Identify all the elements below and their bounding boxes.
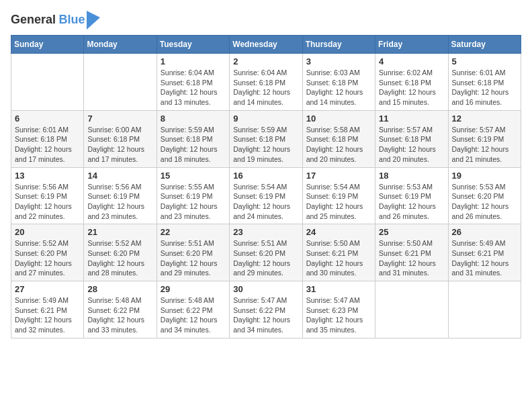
calendar-cell: 6Sunrise: 6:01 AMSunset: 6:18 PMDaylight… xyxy=(11,110,84,167)
calendar-cell: 15Sunrise: 5:55 AMSunset: 6:19 PMDayligh… xyxy=(157,167,229,224)
day-info: Sunrise: 5:50 AMSunset: 6:21 PMDaylight:… xyxy=(306,238,371,278)
day-info: Sunrise: 5:56 AMSunset: 6:19 PMDaylight:… xyxy=(87,182,152,222)
day-number: 6 xyxy=(15,113,80,124)
calendar-cell: 1Sunrise: 6:04 AMSunset: 6:18 PMDaylight… xyxy=(157,54,229,111)
day-number: 22 xyxy=(161,227,226,237)
calendar-cell: 27Sunrise: 5:49 AMSunset: 6:21 PMDayligh… xyxy=(11,281,84,338)
day-number: 1 xyxy=(161,56,226,66)
calendar-cell: 22Sunrise: 5:51 AMSunset: 6:20 PMDayligh… xyxy=(157,224,229,281)
calendar-cell xyxy=(448,281,521,338)
calendar-cell: 8Sunrise: 5:59 AMSunset: 6:18 PMDaylight… xyxy=(157,110,229,167)
calendar-cell: 4Sunrise: 6:02 AMSunset: 6:18 PMDaylight… xyxy=(375,54,448,111)
calendar-cell: 2Sunrise: 6:04 AMSunset: 6:18 PMDaylight… xyxy=(230,54,302,111)
calendar-cell: 7Sunrise: 6:00 AMSunset: 6:18 PMDaylight… xyxy=(84,110,157,167)
day-info: Sunrise: 5:51 AMSunset: 6:20 PMDaylight:… xyxy=(233,238,298,278)
calendar-cell: 26Sunrise: 5:49 AMSunset: 6:21 PMDayligh… xyxy=(448,224,521,281)
calendar-cell: 24Sunrise: 5:50 AMSunset: 6:21 PMDayligh… xyxy=(302,224,375,281)
day-number: 21 xyxy=(87,227,152,237)
calendar-cell: 16Sunrise: 5:54 AMSunset: 6:19 PMDayligh… xyxy=(230,167,302,224)
day-number: 28 xyxy=(87,284,152,294)
day-number: 12 xyxy=(452,113,517,124)
weekday-header-wednesday: Wednesday xyxy=(230,36,302,54)
day-number: 14 xyxy=(87,171,152,181)
day-number: 5 xyxy=(452,56,517,66)
day-info: Sunrise: 5:49 AMSunset: 6:21 PMDaylight:… xyxy=(452,238,517,278)
day-info: Sunrise: 5:48 AMSunset: 6:22 PMDaylight:… xyxy=(87,295,152,335)
calendar-week-3: 13Sunrise: 5:56 AMSunset: 6:19 PMDayligh… xyxy=(11,167,521,224)
calendar-cell: 21Sunrise: 5:52 AMSunset: 6:20 PMDayligh… xyxy=(84,224,157,281)
calendar-week-2: 6Sunrise: 6:01 AMSunset: 6:18 PMDaylight… xyxy=(11,110,521,167)
day-number: 9 xyxy=(233,113,298,124)
calendar-cell: 18Sunrise: 5:53 AMSunset: 6:19 PMDayligh… xyxy=(375,167,448,224)
calendar-cell: 13Sunrise: 5:56 AMSunset: 6:19 PMDayligh… xyxy=(11,167,84,224)
day-info: Sunrise: 5:55 AMSunset: 6:19 PMDaylight:… xyxy=(161,182,226,222)
logo-icon xyxy=(87,11,100,30)
day-info: Sunrise: 6:01 AMSunset: 6:18 PMDaylight:… xyxy=(15,125,80,165)
day-info: Sunrise: 6:04 AMSunset: 6:18 PMDaylight:… xyxy=(161,68,226,107)
day-info: Sunrise: 5:56 AMSunset: 6:19 PMDaylight:… xyxy=(15,182,80,222)
day-info: Sunrise: 5:48 AMSunset: 6:22 PMDaylight:… xyxy=(161,295,226,335)
day-number: 16 xyxy=(233,171,298,181)
weekday-header-sunday: Sunday xyxy=(11,36,84,54)
weekday-header-tuesday: Tuesday xyxy=(157,36,229,54)
day-info: Sunrise: 5:57 AMSunset: 6:18 PMDaylight:… xyxy=(379,125,444,165)
weekday-header-saturday: Saturday xyxy=(448,36,521,54)
day-info: Sunrise: 5:47 AMSunset: 6:23 PMDaylight:… xyxy=(306,295,371,335)
calendar-cell: 20Sunrise: 5:52 AMSunset: 6:20 PMDayligh… xyxy=(11,224,84,281)
day-number: 27 xyxy=(15,284,80,294)
day-info: Sunrise: 5:49 AMSunset: 6:21 PMDaylight:… xyxy=(15,295,80,335)
day-info: Sunrise: 5:50 AMSunset: 6:21 PMDaylight:… xyxy=(379,238,444,278)
day-info: Sunrise: 5:54 AMSunset: 6:19 PMDaylight:… xyxy=(306,182,371,222)
calendar-cell xyxy=(84,54,157,111)
day-info: Sunrise: 6:04 AMSunset: 6:18 PMDaylight:… xyxy=(233,68,298,107)
calendar-cell: 19Sunrise: 5:53 AMSunset: 6:20 PMDayligh… xyxy=(448,167,521,224)
day-number: 26 xyxy=(452,227,517,237)
day-number: 13 xyxy=(15,171,80,181)
day-info: Sunrise: 5:59 AMSunset: 6:18 PMDaylight:… xyxy=(233,125,298,165)
calendar-cell: 23Sunrise: 5:51 AMSunset: 6:20 PMDayligh… xyxy=(230,224,302,281)
day-number: 24 xyxy=(306,227,371,237)
day-info: Sunrise: 5:52 AMSunset: 6:20 PMDaylight:… xyxy=(15,238,80,278)
calendar-cell: 3Sunrise: 6:03 AMSunset: 6:18 PMDaylight… xyxy=(302,54,375,111)
day-number: 30 xyxy=(233,284,298,294)
day-number: 15 xyxy=(161,171,226,181)
calendar-cell: 11Sunrise: 5:57 AMSunset: 6:18 PMDayligh… xyxy=(375,110,448,167)
day-info: Sunrise: 6:01 AMSunset: 6:18 PMDaylight:… xyxy=(452,68,517,107)
day-number: 18 xyxy=(379,171,444,181)
calendar-cell: 28Sunrise: 5:48 AMSunset: 6:22 PMDayligh… xyxy=(84,281,157,338)
day-number: 25 xyxy=(379,227,444,237)
svg-marker-0 xyxy=(87,11,100,30)
calendar-cell: 9Sunrise: 5:59 AMSunset: 6:18 PMDaylight… xyxy=(230,110,302,167)
day-number: 11 xyxy=(379,113,444,124)
calendar-cell: 12Sunrise: 5:57 AMSunset: 6:19 PMDayligh… xyxy=(448,110,521,167)
day-info: Sunrise: 5:52 AMSunset: 6:20 PMDaylight:… xyxy=(87,238,152,278)
calendar: SundayMondayTuesdayWednesdayThursdayFrid… xyxy=(11,35,521,338)
day-number: 17 xyxy=(306,171,371,181)
calendar-cell: 5Sunrise: 6:01 AMSunset: 6:18 PMDaylight… xyxy=(448,54,521,111)
day-info: Sunrise: 5:54 AMSunset: 6:19 PMDaylight:… xyxy=(233,182,298,222)
day-number: 31 xyxy=(306,284,371,294)
weekday-header-friday: Friday xyxy=(375,36,448,54)
calendar-header: SundayMondayTuesdayWednesdayThursdayFrid… xyxy=(11,36,521,54)
day-info: Sunrise: 5:53 AMSunset: 6:20 PMDaylight:… xyxy=(452,182,517,222)
calendar-cell: 25Sunrise: 5:50 AMSunset: 6:21 PMDayligh… xyxy=(375,224,448,281)
day-number: 29 xyxy=(161,284,226,294)
calendar-cell: 31Sunrise: 5:47 AMSunset: 6:23 PMDayligh… xyxy=(302,281,375,338)
day-info: Sunrise: 6:00 AMSunset: 6:18 PMDaylight:… xyxy=(87,125,152,165)
day-info: Sunrise: 5:51 AMSunset: 6:20 PMDaylight:… xyxy=(161,238,226,278)
day-number: 3 xyxy=(306,56,371,66)
day-number: 10 xyxy=(306,113,371,124)
day-info: Sunrise: 6:02 AMSunset: 6:18 PMDaylight:… xyxy=(379,68,444,107)
calendar-cell xyxy=(11,54,84,111)
calendar-week-5: 27Sunrise: 5:49 AMSunset: 6:21 PMDayligh… xyxy=(11,281,521,338)
calendar-cell: 14Sunrise: 5:56 AMSunset: 6:19 PMDayligh… xyxy=(84,167,157,224)
day-info: Sunrise: 5:53 AMSunset: 6:19 PMDaylight:… xyxy=(379,182,444,222)
header: General Blue xyxy=(11,11,521,30)
weekday-header-thursday: Thursday xyxy=(302,36,375,54)
calendar-cell: 29Sunrise: 5:48 AMSunset: 6:22 PMDayligh… xyxy=(157,281,229,338)
calendar-week-1: 1Sunrise: 6:04 AMSunset: 6:18 PMDaylight… xyxy=(11,54,521,111)
day-info: Sunrise: 5:47 AMSunset: 6:22 PMDaylight:… xyxy=(233,295,298,335)
day-number: 23 xyxy=(233,227,298,237)
calendar-cell: 10Sunrise: 5:58 AMSunset: 6:18 PMDayligh… xyxy=(302,110,375,167)
day-info: Sunrise: 5:57 AMSunset: 6:19 PMDaylight:… xyxy=(452,125,517,165)
